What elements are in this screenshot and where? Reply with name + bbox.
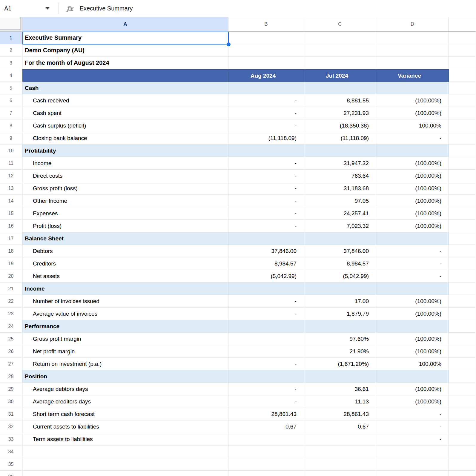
cell-C36[interactable] — [304, 471, 376, 476]
cell-C15[interactable]: 24,257.41 — [304, 207, 376, 220]
cell-D22[interactable]: (100.00%) — [376, 295, 449, 308]
row-header-12[interactable]: 12 — [0, 170, 22, 182]
cell-E16[interactable] — [449, 220, 476, 232]
cell-C6[interactable]: 8,881.55 — [304, 94, 376, 107]
cell-D1[interactable] — [376, 32, 449, 44]
formula-input[interactable]: Executive Summary — [80, 5, 476, 12]
cell-E33[interactable] — [449, 433, 476, 446]
row-header-17[interactable]: 17 — [0, 232, 22, 245]
row-header-8[interactable]: 8 — [0, 119, 22, 132]
cell-D26[interactable]: (100.00%) — [376, 345, 449, 358]
cell-C23[interactable]: 1,879.79 — [304, 308, 376, 320]
cell-C8[interactable]: (18,350.38) — [304, 119, 376, 132]
cell-B19[interactable]: 8,984.57 — [228, 257, 304, 270]
cell-A20[interactable]: Net assets — [22, 270, 228, 282]
cell-E21[interactable] — [449, 282, 476, 295]
cell-E10[interactable] — [449, 145, 476, 157]
cell-C35[interactable] — [304, 458, 376, 471]
cell-B18[interactable]: 37,846.00 — [228, 245, 304, 257]
cell-A2[interactable]: Demo Company (AU) — [22, 44, 228, 57]
cell-E20[interactable] — [449, 270, 476, 282]
cell-A19[interactable]: Creditors — [22, 257, 228, 270]
name-box-dropdown-icon[interactable] — [45, 7, 50, 10]
cell-D8[interactable]: 100.00% — [376, 119, 449, 132]
cell-E4[interactable] — [449, 69, 476, 82]
cell-B17[interactable] — [228, 232, 304, 245]
cell-D13[interactable]: (100.00%) — [376, 182, 449, 195]
cell-C16[interactable]: 7,023.32 — [304, 220, 376, 232]
cell-E18[interactable] — [449, 245, 476, 257]
column-header-c[interactable]: C — [304, 17, 376, 31]
cell-B21[interactable] — [228, 282, 304, 295]
cell-A33[interactable]: Term assets to liabilities — [22, 433, 228, 446]
cell-B7[interactable]: - — [228, 107, 304, 119]
cell-E22[interactable] — [449, 295, 476, 308]
cell-C24[interactable] — [304, 320, 376, 333]
cell-C22[interactable]: 17.00 — [304, 295, 376, 308]
cell-B2[interactable] — [228, 44, 304, 57]
cell-C27[interactable]: (1,671.20%) — [304, 358, 376, 370]
cell-B8[interactable]: - — [228, 119, 304, 132]
cell-C14[interactable]: 97.05 — [304, 195, 376, 207]
cell-E24[interactable] — [449, 320, 476, 333]
cell-A24[interactable]: Performance — [22, 320, 228, 333]
row-header-26[interactable]: 26 — [0, 345, 22, 358]
row-header-25[interactable]: 25 — [0, 333, 22, 345]
row-header-9[interactable]: 9 — [0, 132, 22, 145]
cell-E35[interactable] — [449, 458, 476, 471]
cell-A21[interactable]: Income — [22, 282, 228, 295]
cell-B26[interactable] — [228, 345, 304, 358]
cell-D20[interactable]: - — [376, 270, 449, 282]
cell-B30[interactable]: - — [228, 395, 304, 408]
cell-A4[interactable] — [22, 69, 228, 82]
row-header-1[interactable]: 1 — [0, 32, 22, 44]
cell-A1[interactable]: Executive Summary — [22, 32, 228, 44]
row-header-21[interactable]: 21 — [0, 282, 22, 295]
cell-A16[interactable]: Profit (loss) — [22, 220, 228, 232]
cell-B36[interactable] — [228, 471, 304, 476]
cell-A27[interactable]: Return on investment (p.a.) — [22, 358, 228, 370]
cell-B32[interactable]: 0.67 — [228, 420, 304, 433]
cell-C4[interactable]: Jul 2024 — [304, 69, 376, 82]
cell-E28[interactable] — [449, 370, 476, 383]
cell-D5[interactable] — [376, 82, 449, 94]
cell-A3[interactable]: For the month of August 2024 — [22, 57, 228, 69]
column-header-d[interactable]: D — [376, 17, 449, 31]
row-header-5[interactable]: 5 — [0, 82, 22, 94]
cell-B28[interactable] — [228, 370, 304, 383]
cell-B35[interactable] — [228, 458, 304, 471]
cell-D2[interactable] — [376, 44, 449, 57]
cell-D18[interactable]: - — [376, 245, 449, 257]
cell-D4[interactable]: Variance — [376, 69, 449, 82]
cell-E9[interactable] — [449, 132, 476, 145]
row-header-19[interactable]: 19 — [0, 257, 22, 270]
cell-E7[interactable] — [449, 107, 476, 119]
cell-A31[interactable]: Short term cash forecast — [22, 408, 228, 420]
cell-A12[interactable]: Direct costs — [22, 170, 228, 182]
cell-E19[interactable] — [449, 257, 476, 270]
cell-A6[interactable]: Cash received — [22, 94, 228, 107]
row-header-36[interactable]: 36 — [0, 471, 22, 476]
cell-E2[interactable] — [449, 44, 476, 57]
cell-E1[interactable] — [449, 32, 476, 44]
cell-C11[interactable]: 31,947.32 — [304, 157, 376, 170]
cell-E11[interactable] — [449, 157, 476, 170]
row-header-31[interactable]: 31 — [0, 408, 22, 420]
cell-E12[interactable] — [449, 170, 476, 182]
cell-B31[interactable]: 28,861.43 — [228, 408, 304, 420]
cell-E34[interactable] — [449, 446, 476, 458]
cell-E23[interactable] — [449, 308, 476, 320]
row-header-35[interactable]: 35 — [0, 458, 22, 471]
column-header-b[interactable]: B — [228, 17, 304, 31]
cell-C12[interactable]: 763.64 — [304, 170, 376, 182]
row-header-13[interactable]: 13 — [0, 182, 22, 195]
cell-D12[interactable]: (100.00%) — [376, 170, 449, 182]
cell-C33[interactable] — [304, 433, 376, 446]
row-header-14[interactable]: 14 — [0, 195, 22, 207]
cell-D36[interactable] — [376, 471, 449, 476]
cell-C19[interactable]: 8,984.57 — [304, 257, 376, 270]
row-header-23[interactable]: 23 — [0, 308, 22, 320]
cell-A34[interactable] — [22, 446, 228, 458]
cell-E29[interactable] — [449, 383, 476, 395]
cell-E36[interactable] — [449, 471, 476, 476]
